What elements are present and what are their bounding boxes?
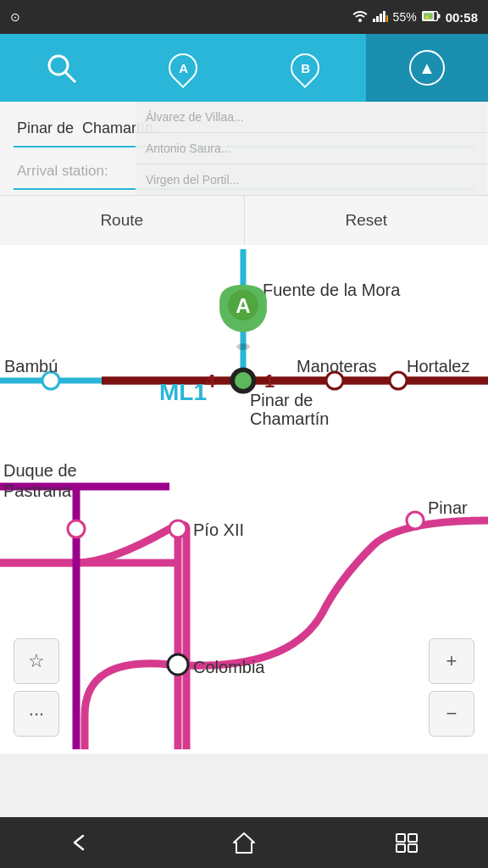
svg-rect-4 <box>383 11 385 22</box>
zoom-in-button[interactable]: + <box>429 638 474 684</box>
svg-line-11 <box>65 72 75 82</box>
svg-text:1: 1 <box>264 370 274 392</box>
svg-text:Pío XII: Pío XII <box>193 520 244 539</box>
status-bar: ⊙ 55% ⚡ 00 <box>0 0 488 34</box>
arrival-field-wrap <box>14 153 474 190</box>
svg-point-30 <box>68 520 85 537</box>
apps-button[interactable] <box>373 817 441 868</box>
departure-input[interactable] <box>14 110 474 147</box>
battery-text: 55% <box>393 10 417 24</box>
svg-rect-8 <box>438 14 441 19</box>
favorite-button[interactable]: ☆ <box>14 638 59 684</box>
route-button[interactable]: Route <box>0 196 245 245</box>
svg-text:Chamartín: Chamartín <box>250 409 329 428</box>
nav-direction[interactable]: ▲ <box>366 34 488 102</box>
svg-text:ML1: ML1 <box>159 379 207 405</box>
battery-icon: ⚡ <box>422 10 441 24</box>
svg-marker-48 <box>234 833 254 853</box>
svg-rect-51 <box>396 844 405 852</box>
svg-point-0 <box>358 19 362 22</box>
svg-text:Colombia: Colombia <box>193 658 265 676</box>
pin-b-icon: B <box>291 53 319 82</box>
time-display: 00:58 <box>446 10 478 25</box>
svg-point-25 <box>390 372 407 389</box>
svg-text:Manoteras: Manoteras <box>297 357 377 376</box>
map-controls-right: + − <box>429 638 474 737</box>
svg-text:Hortalez: Hortalez <box>407 357 469 376</box>
map-controls-left: ☆ ··· <box>14 638 59 737</box>
svg-rect-52 <box>408 844 417 852</box>
svg-text:Bambú: Bambú <box>4 357 58 376</box>
zoom-out-button[interactable]: − <box>429 691 474 737</box>
svg-rect-50 <box>408 834 417 842</box>
svg-rect-3 <box>380 14 382 22</box>
svg-point-27 <box>169 520 186 537</box>
nav-point-a[interactable]: A <box>122 34 244 102</box>
svg-text:Pinar: Pinar <box>428 498 468 517</box>
back-button[interactable] <box>47 817 115 868</box>
svg-text:Pinar de: Pinar de <box>250 391 313 409</box>
svg-rect-1 <box>373 19 375 22</box>
signal-icon <box>373 10 388 25</box>
search-area <box>0 102 488 196</box>
home-button[interactable] <box>210 817 278 868</box>
svg-text:Pastrana: Pastrana <box>3 481 72 500</box>
svg-rect-49 <box>396 834 405 842</box>
nav-bar: A B ▲ <box>0 34 488 102</box>
metro-map-svg: ML1 4 1 <box>0 245 488 754</box>
status-left-icon: ⊙ <box>10 10 20 24</box>
more-icon: ··· <box>29 703 44 725</box>
search-icon <box>43 50 79 86</box>
svg-text:⚡: ⚡ <box>424 14 431 21</box>
button-row: Route Reset <box>0 196 488 245</box>
svg-rect-2 <box>376 16 379 22</box>
svg-text:Duque de: Duque de <box>3 461 77 480</box>
nav-search[interactable] <box>0 34 122 102</box>
departure-field-wrap <box>14 110 474 147</box>
svg-text:Fuente de la Mora: Fuente de la Mora <box>263 281 401 299</box>
svg-text:4: 4 <box>205 370 216 392</box>
wifi-icon <box>352 10 368 25</box>
map-area[interactable]: ML1 4 1 <box>0 245 488 754</box>
svg-point-10 <box>49 56 68 75</box>
reset-button[interactable]: Reset <box>245 196 489 245</box>
more-button[interactable]: ··· <box>14 691 59 737</box>
svg-point-24 <box>235 372 252 389</box>
svg-point-28 <box>168 654 188 675</box>
svg-point-29 <box>407 512 424 529</box>
status-icons: 55% ⚡ 00:58 <box>352 10 478 25</box>
bottom-nav <box>0 817 488 868</box>
direction-icon: ▲ <box>409 50 445 86</box>
nav-point-b[interactable]: B <box>244 34 366 102</box>
pin-a-icon: A <box>169 53 197 82</box>
arrival-input[interactable] <box>14 153 474 190</box>
svg-rect-5 <box>386 15 388 22</box>
svg-text:A: A <box>236 294 250 317</box>
